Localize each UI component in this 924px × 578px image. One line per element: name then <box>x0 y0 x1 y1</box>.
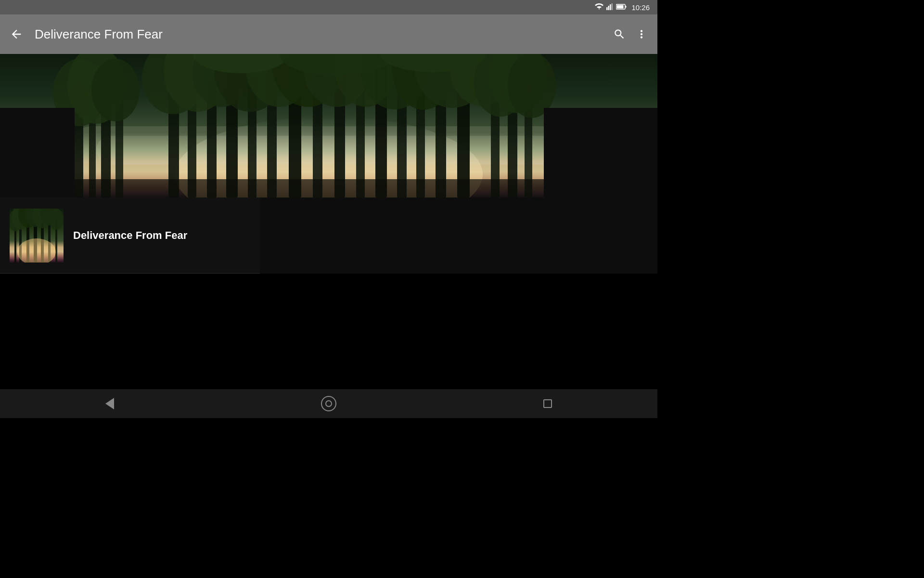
hero-forest-illustration <box>0 54 657 197</box>
svg-rect-54 <box>72 179 585 197</box>
svg-point-71 <box>49 209 64 230</box>
svg-rect-1 <box>608 6 610 10</box>
status-icons: 10:26 <box>595 3 650 12</box>
toolbar-actions <box>613 28 648 40</box>
svg-point-35 <box>91 59 140 121</box>
track-info: Deliverance From Fear <box>73 229 187 242</box>
track-title: Deliverance From Fear <box>73 229 187 242</box>
svg-rect-56 <box>544 108 657 197</box>
svg-rect-2 <box>610 4 611 10</box>
nav-bar <box>0 389 657 418</box>
svg-rect-3 <box>612 3 613 10</box>
battery-icon <box>616 4 627 11</box>
signal-icon <box>606 3 613 12</box>
home-nav-button[interactable] <box>318 393 339 414</box>
recents-nav-button[interactable] <box>537 393 558 414</box>
content-area: Deliverance From Fear <box>0 197 657 274</box>
search-button[interactable] <box>613 28 626 40</box>
page-title: Deliverance From Fear <box>35 27 613 42</box>
toolbar: Deliverance From Fear <box>0 14 657 54</box>
svg-rect-5 <box>626 6 627 8</box>
svg-rect-6 <box>617 5 624 8</box>
time-display: 10:26 <box>631 3 650 12</box>
right-empty-panel <box>260 197 657 274</box>
track-item[interactable]: Deliverance From Fear <box>0 197 260 274</box>
svg-rect-55 <box>0 108 75 197</box>
wifi-icon <box>595 3 603 12</box>
back-nav-button[interactable] <box>99 393 120 414</box>
hero-image-container <box>0 54 657 197</box>
track-thumbnail <box>10 209 64 263</box>
more-options-button[interactable] <box>635 28 648 40</box>
svg-rect-0 <box>606 7 608 10</box>
back-button[interactable] <box>10 27 23 41</box>
status-bar: 10:26 <box>0 0 657 14</box>
